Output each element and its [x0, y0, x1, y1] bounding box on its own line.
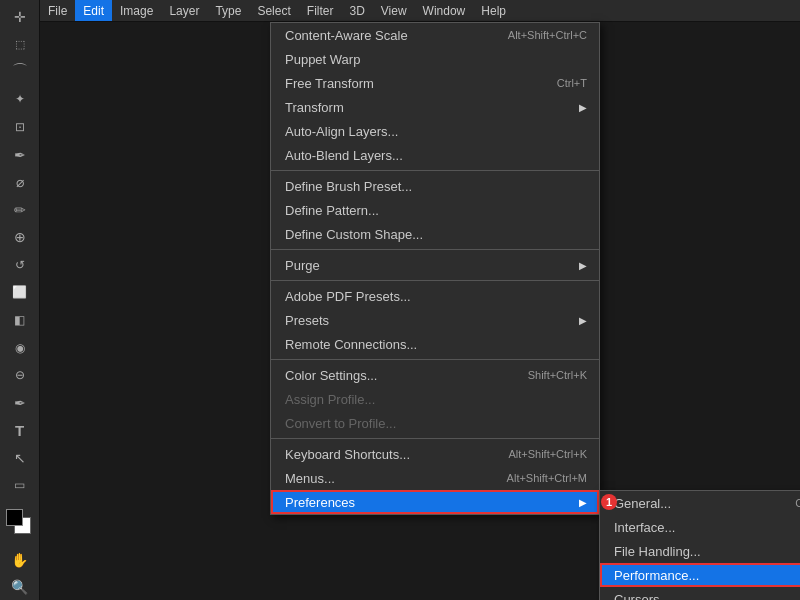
menu-remote-connections[interactable]: Remote Connections... — [271, 332, 599, 356]
menu-define-custom-shape[interactable]: Define Custom Shape... — [271, 222, 599, 246]
zoom-tool[interactable]: 🔍 — [5, 575, 35, 600]
shape-tool[interactable]: ▭ — [5, 473, 35, 499]
select-tool[interactable]: ⬚ — [5, 32, 35, 58]
badge-1: 1 — [601, 494, 617, 510]
menu-bar: File Edit Image Layer Type Select Filter… — [40, 0, 800, 22]
blur-tool[interactable]: ◉ — [5, 335, 35, 361]
menu-purge[interactable]: Purge ▶ — [271, 253, 599, 277]
dodge-tool[interactable]: ⊖ — [5, 362, 35, 388]
lasso-tool[interactable]: ⌒ — [5, 59, 35, 85]
menu-presets[interactable]: Presets ▶ — [271, 308, 599, 332]
menu-convert-profile: Convert to Profile... — [271, 411, 599, 435]
layer-menu[interactable]: Layer — [161, 0, 207, 21]
menu-assign-profile: Assign Profile... — [271, 387, 599, 411]
3d-menu[interactable]: 3D — [341, 0, 372, 21]
color-swatches — [5, 508, 35, 541]
pref-performance[interactable]: Performance... — [600, 563, 800, 587]
menu-color-settings[interactable]: Color Settings... Shift+Ctrl+K — [271, 363, 599, 387]
menu-content-aware-scale[interactable]: Content-Aware Scale Alt+Shift+Ctrl+C — [271, 23, 599, 47]
menu-auto-blend[interactable]: Auto-Blend Layers... — [271, 143, 599, 167]
window-menu[interactable]: Window — [415, 0, 474, 21]
file-menu[interactable]: File — [40, 0, 75, 21]
foreground-color-swatch[interactable] — [6, 509, 23, 526]
path-select-tool[interactable]: ↖ — [5, 445, 35, 471]
help-menu[interactable]: Help — [473, 0, 514, 21]
separator-4 — [271, 359, 599, 360]
menu-keyboard-shortcuts[interactable]: Keyboard Shortcuts... Alt+Shift+Ctrl+K — [271, 442, 599, 466]
text-tool[interactable]: T — [5, 417, 35, 443]
main-area: File Edit Image Layer Type Select Filter… — [40, 0, 800, 600]
separator-3 — [271, 280, 599, 281]
pen-tool[interactable]: ✒ — [5, 390, 35, 416]
crop-tool[interactable]: ⊡ — [5, 114, 35, 140]
move-tool[interactable]: ✛ — [5, 4, 35, 30]
pref-general[interactable]: General... Ctrl+K — [600, 491, 800, 515]
heal-tool[interactable]: ⌀ — [5, 169, 35, 195]
gradient-tool[interactable]: ◧ — [5, 307, 35, 333]
eraser-tool[interactable]: ⬜ — [5, 280, 35, 306]
history-tool[interactable]: ↺ — [5, 252, 35, 278]
edit-menu[interactable]: Edit — [75, 0, 112, 21]
menu-define-pattern[interactable]: Define Pattern... — [271, 198, 599, 222]
menu-define-brush[interactable]: Define Brush Preset... — [271, 174, 599, 198]
pref-file-handling[interactable]: File Handling... — [600, 539, 800, 563]
image-menu[interactable]: Image — [112, 0, 161, 21]
menu-adobe-pdf-presets[interactable]: Adobe PDF Presets... — [271, 284, 599, 308]
toolbar: ✛ ⬚ ⌒ ✦ ⊡ ✒ ⌀ ✏ ⊕ ↺ ⬜ ◧ ◉ ⊖ ✒ T ↖ ▭ ✋ 🔍 — [0, 0, 40, 600]
preferences-submenu: General... Ctrl+K Interface... File Hand… — [599, 490, 800, 600]
select-menu[interactable]: Select — [249, 0, 298, 21]
filter-menu[interactable]: Filter — [299, 0, 342, 21]
menu-free-transform[interactable]: Free Transform Ctrl+T — [271, 71, 599, 95]
menu-menus[interactable]: Menus... Alt+Shift+Ctrl+M — [271, 466, 599, 490]
hand-tool[interactable]: ✋ — [5, 547, 35, 573]
pref-interface[interactable]: Interface... — [600, 515, 800, 539]
edit-dropdown: Content-Aware Scale Alt+Shift+Ctrl+C Pup… — [270, 22, 600, 515]
type-menu[interactable]: Type — [207, 0, 249, 21]
brush-tool[interactable]: ✏ — [5, 197, 35, 223]
menu-preferences[interactable]: Preferences ▶ — [271, 490, 599, 514]
menu-transform[interactable]: Transform ▶ — [271, 95, 599, 119]
pref-cursors[interactable]: Cursors... — [600, 587, 800, 600]
eyedropper-tool[interactable]: ✒ — [5, 142, 35, 168]
clone-tool[interactable]: ⊕ — [5, 225, 35, 251]
view-menu[interactable]: View — [373, 0, 415, 21]
menu-auto-align[interactable]: Auto-Align Layers... — [271, 119, 599, 143]
menu-puppet-warp[interactable]: Puppet Warp — [271, 47, 599, 71]
separator-5 — [271, 438, 599, 439]
separator-1 — [271, 170, 599, 171]
separator-2 — [271, 249, 599, 250]
wand-tool[interactable]: ✦ — [5, 87, 35, 113]
